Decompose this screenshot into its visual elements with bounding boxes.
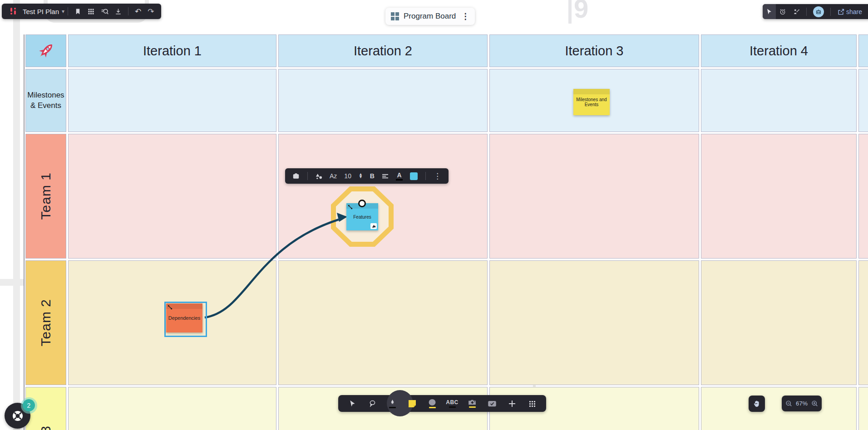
text-color-button[interactable]: A: [393, 168, 405, 184]
note-format-toolbar: Az 10 ▲▼ B A ⋮: [285, 168, 449, 184]
hand-icon: [753, 400, 760, 407]
media-color-indicator: [469, 406, 476, 408]
bookmark-button[interactable]: [71, 4, 84, 19]
grid-cell[interactable]: [68, 69, 276, 132]
apps-tool[interactable]: [525, 395, 539, 412]
font-style-button[interactable]: Az: [327, 168, 340, 184]
presentation-button[interactable]: [789, 4, 803, 19]
column-header-iteration-4[interactable]: Iteration 4: [701, 34, 857, 67]
connector-cursor-icon: [168, 305, 173, 310]
four-squares-icon: [391, 12, 399, 20]
notification-badge[interactable]: 2: [23, 399, 35, 411]
grid-corner-cell[interactable]: [25, 34, 66, 67]
grid-cell[interactable]: [701, 134, 857, 259]
bold-button[interactable]: B: [367, 168, 377, 184]
select-tool[interactable]: [345, 395, 359, 412]
column-header-next[interactable]: [858, 34, 868, 67]
board-title[interactable]: Test PI Plan: [23, 8, 59, 15]
column-header-iteration-2[interactable]: Iteration 2: [278, 34, 488, 67]
export-button[interactable]: [112, 4, 125, 19]
frame-title-chip[interactable]: Program Board ⋮: [385, 8, 475, 25]
text-color-letter: A: [397, 171, 401, 179]
grid-cell[interactable]: [278, 69, 488, 132]
background-frame-number: 9: [574, 0, 588, 22]
row-label-team1[interactable]: Team 1: [25, 134, 66, 259]
grid-icon: [88, 8, 94, 15]
more-options-button[interactable]: ⋮: [431, 168, 444, 184]
redo-button[interactable]: ↷: [144, 4, 157, 19]
text-tool-label: ABC: [446, 399, 459, 406]
board-canvas[interactable]: 9 Iteration 1 Iteration 2 Iteration 3 It…: [0, 0, 868, 430]
assistant-button[interactable]: [810, 4, 827, 19]
pan-tool-button[interactable]: [749, 396, 765, 412]
select-cursor-button[interactable]: [763, 4, 776, 19]
grid-cell[interactable]: [68, 134, 276, 259]
grid-cell[interactable]: [858, 134, 868, 259]
connector-endpoint-handle[interactable]: [358, 200, 366, 207]
divider: [307, 172, 308, 180]
switch-shape-button[interactable]: [313, 168, 325, 184]
grid-cell[interactable]: [489, 134, 699, 259]
font-size-stepper[interactable]: ▲▼: [356, 168, 365, 184]
rocket-icon: [36, 41, 55, 60]
cursor-icon: [766, 8, 773, 15]
alarm-clock-icon: [779, 8, 786, 15]
zoom-level[interactable]: 67%: [796, 400, 808, 407]
share-icon: [837, 8, 844, 15]
card-tool[interactable]: [485, 395, 499, 412]
zoom-out-icon[interactable]: [785, 400, 792, 407]
grid-cell[interactable]: [858, 387, 868, 430]
frame-title[interactable]: Program Board: [404, 12, 456, 21]
note-text: Dependencies: [167, 314, 202, 322]
apps-grid-icon: [529, 401, 535, 407]
zoom-in-icon[interactable]: [811, 400, 818, 407]
divider: [425, 172, 426, 180]
divider: [806, 8, 807, 16]
text-tool[interactable]: ABC: [445, 395, 459, 412]
sticky-note-features[interactable]: Features: [346, 203, 378, 230]
grid-cell[interactable]: [858, 260, 868, 385]
font-size-value[interactable]: 10: [341, 168, 354, 184]
note-text: Features: [351, 214, 373, 220]
column-header-iteration-3[interactable]: Iteration 3: [489, 34, 699, 67]
row-label-team2[interactable]: Team 2: [25, 260, 66, 385]
lifebuoy-icon: [11, 409, 25, 423]
grid-cell[interactable]: [278, 260, 488, 385]
align-button[interactable]: [379, 168, 391, 184]
grid-cell[interactable]: [858, 69, 868, 132]
shape-tool[interactable]: [425, 395, 439, 412]
cursor-icon: [349, 400, 356, 407]
row-label-milestones[interactable]: Milestones & Events: [25, 69, 66, 132]
grid-view-button[interactable]: [84, 4, 98, 19]
step-down-icon[interactable]: ▼: [359, 176, 363, 179]
ellipse-shape-icon: [428, 399, 436, 406]
sticky-note-milestones[interactable]: Milestones and Events: [573, 89, 610, 115]
chevron-down-icon[interactable]: ▾: [62, 8, 64, 15]
sticky-note-dependencies[interactable]: Dependencies: [166, 303, 202, 332]
plus-icon: [508, 400, 516, 407]
kebab-menu-icon[interactable]: ⋮: [461, 11, 469, 21]
grid-cell[interactable]: [701, 387, 857, 430]
sticky-note-tool[interactable]: [405, 395, 419, 412]
sticky-note-icon: [407, 399, 417, 409]
note-type-button[interactable]: [290, 168, 302, 184]
column-header-iteration-1[interactable]: Iteration 1: [68, 34, 276, 67]
note-app-badge-icon[interactable]: [370, 223, 377, 229]
grid-cell[interactable]: [701, 260, 857, 385]
add-more-tool[interactable]: [505, 395, 519, 412]
divider: [128, 7, 128, 15]
zoom-controls: 67%: [782, 396, 822, 411]
fill-color-button[interactable]: [407, 168, 420, 184]
app-logo[interactable]: [5, 4, 21, 19]
divider: [68, 7, 68, 15]
share-button[interactable]: share: [834, 4, 865, 19]
grid-cell[interactable]: [489, 260, 699, 385]
media-tool[interactable]: [465, 395, 479, 412]
grid-cell[interactable]: [701, 69, 857, 132]
timer-button[interactable]: [776, 4, 789, 19]
pen-tool[interactable]: [385, 395, 399, 412]
lasso-tool[interactable]: [365, 395, 379, 412]
undo-button[interactable]: ↶: [132, 4, 144, 19]
grid-cell[interactable]: [68, 387, 276, 430]
find-on-board-button[interactable]: [98, 4, 112, 19]
